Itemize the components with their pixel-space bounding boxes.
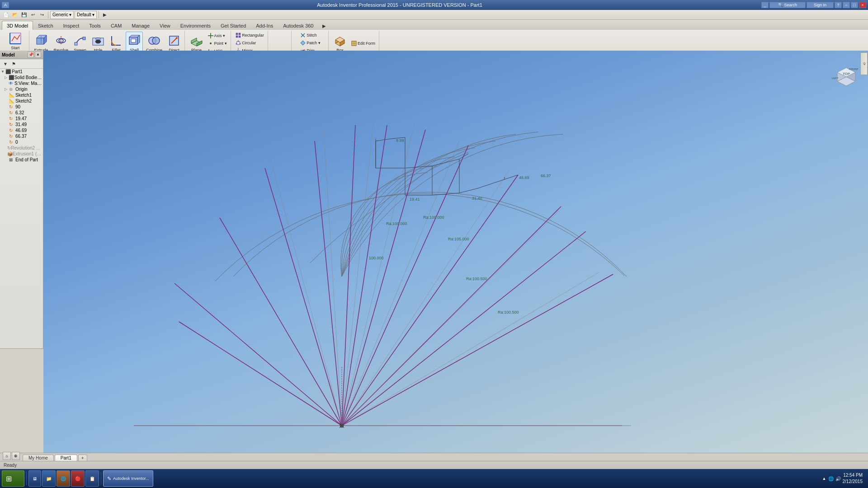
svg-rect-32 [236, 33, 238, 35]
taskbar-firefox[interactable]: 🌐 [57, 470, 70, 487]
save-button[interactable]: 💾 [20, 11, 28, 19]
tab-add-button[interactable]: + [78, 455, 87, 461]
home-nav-button[interactable]: ⌂ [3, 452, 11, 460]
tab-view[interactable]: View [155, 21, 175, 30]
tab-autodesk360[interactable]: Autodesk 360 [278, 21, 318, 30]
tree-item-r632[interactable]: ↻ 6.32 [0, 110, 43, 116]
taskbar-app1[interactable]: 🔴 [71, 470, 85, 487]
endofpart-icon: ⊠ [9, 157, 15, 162]
tree-item-r3149[interactable]: ↻ 31.49 [0, 122, 43, 127]
viewport[interactable]: 9.99 19.41 31.40 46.69 66.37 Ra:100.000 … [43, 51, 868, 461]
tree-item-r0[interactable]: ↻ 0 [0, 139, 43, 145]
profile-dropdown[interactable]: Default ▾ [75, 11, 97, 19]
model-tree: ▼ ⬛ Part1 ▷ ⬛ Solid Bodies(1) 👁 S:View: … [0, 69, 43, 163]
tab-inspect[interactable]: Inspect [58, 21, 84, 30]
axis-button[interactable]: Axis ▾ [206, 32, 229, 39]
ie-icon: 📁 [46, 476, 52, 481]
flag-button[interactable]: ⚑ [10, 60, 17, 67]
account-button[interactable]: Sign In [807, 2, 834, 8]
tab-getstarted[interactable]: Get Started [216, 21, 251, 30]
ribbon-tabs: 3D Model Sketch Inspect Tools CAM Manage… [0, 20, 868, 30]
box-icon [334, 34, 346, 47]
sketch-icon [9, 32, 22, 45]
more-tabs-button[interactable]: ▶ [320, 22, 328, 30]
stitch-button[interactable]: Stitch [298, 32, 322, 39]
axis-label: Axis ▾ [214, 33, 226, 38]
show-desktop-icon: 🖥 [33, 476, 37, 481]
more-button[interactable]: ▶ [101, 11, 109, 19]
r0-label: 0 [15, 140, 18, 145]
tree-item-solidbodies[interactable]: ▷ ⬛ Solid Bodies(1) [0, 75, 43, 80]
tab-part1[interactable]: Part1 [55, 455, 77, 461]
window-maximize[interactable]: □ [851, 2, 858, 8]
taskbar-app2[interactable]: 📋 [85, 470, 99, 487]
taskbar-ie[interactable]: 📁 [42, 470, 56, 487]
clock-time: 12:54 PM [843, 472, 863, 479]
pin-button[interactable]: 📌 [28, 52, 34, 58]
panel-close-button[interactable]: × [35, 52, 41, 58]
viewport-rotate-button[interactable]: ⟳ [860, 52, 868, 75]
quick-access-toolbar: 📄 📂 💾 ↩ ↪ Generic ▾ Default ▾ ▶ [0, 10, 868, 20]
redo-button[interactable]: ↪ [38, 11, 46, 19]
chevron-down-icon: ▾ [69, 12, 71, 17]
workspace-dropdown[interactable]: Generic ▾ [50, 11, 74, 19]
open-button[interactable]: 📂 [11, 11, 19, 19]
firefox-icon: 🌐 [61, 476, 66, 481]
help-button[interactable]: ? [835, 2, 842, 8]
dim-19.41: 19.41 [410, 197, 420, 202]
tab-addins[interactable]: Add-Ins [251, 21, 278, 30]
tree-item-sketch1[interactable]: 📐 Sketch1 [0, 92, 43, 98]
tree-item-r4669[interactable]: ↻ 46.69 [0, 127, 43, 133]
tree-item-r1947[interactable]: ↻ 19.47 [0, 116, 43, 122]
tree-item-r6637[interactable]: ↻ 66.37 [0, 133, 43, 139]
tab-cam[interactable]: CAM [106, 21, 127, 30]
dim-ra100.5: Ra:100.500 [466, 277, 487, 281]
tab-tools[interactable]: Tools [84, 21, 106, 30]
tab-manage[interactable]: Manage [127, 21, 155, 30]
filter-button[interactable]: ▼ [2, 60, 9, 67]
tab-sketch[interactable]: Sketch [33, 21, 58, 30]
start-button[interactable]: ⊞ [2, 470, 24, 487]
tab-myhome[interactable]: My Home [23, 455, 54, 461]
minimize-button[interactable]: _ [761, 2, 769, 8]
editform-button[interactable]: Edit Form [349, 40, 377, 47]
r4669-icon: ↻ [9, 128, 15, 133]
new-button[interactable]: 📄 [2, 11, 10, 19]
tree-item-sketch2[interactable]: 📐 Sketch2 [0, 98, 43, 104]
tab-environments[interactable]: Environments [175, 21, 216, 30]
svg-line-76 [342, 211, 559, 426]
r90-label: 90 [15, 104, 20, 109]
dim-ra100: Ra:100.000 [386, 221, 407, 226]
window-close[interactable]: × [859, 2, 866, 8]
shell-icon [128, 34, 141, 47]
sweep-icon [74, 34, 86, 47]
tree-item-part1[interactable]: ▼ ⬛ Part1 [0, 69, 43, 75]
svg-point-12 [95, 40, 101, 43]
zoom-nav-button[interactable]: ⊕ [12, 452, 20, 460]
patch-button[interactable]: Patch ▾ [298, 39, 322, 47]
circular-button[interactable]: Circular [234, 39, 266, 47]
tree-item-origin[interactable]: ▷ ⊕ Origin [0, 86, 43, 92]
tree-item-r90[interactable]: ↻ 90 [0, 104, 43, 110]
tree-item-endofpart[interactable]: ⊠ End of Part [0, 157, 43, 163]
tree-item-extrusion1[interactable]: 📦 Extrusion1 (Suppressed) [0, 151, 43, 157]
svg-rect-3 [37, 38, 44, 44]
svg-line-66 [342, 274, 613, 426]
undo-button[interactable]: ↩ [29, 11, 37, 19]
nav-cube[interactable]: TOP LEFT FRONT [828, 54, 864, 90]
systray-show-button[interactable]: ▲ [822, 476, 826, 481]
tree-item-revolution2[interactable]: ↻ Revolution2 (Suppressed) [0, 145, 43, 151]
window-controls[interactable]: _ 🔍 Search Sign In ? − □ × [761, 2, 866, 8]
window-controls-left: A [2, 2, 38, 8]
taskbar-show-desktop[interactable]: 🖥 [28, 470, 41, 487]
dim-9.99: 9.99 [396, 138, 404, 143]
window-minimize[interactable]: − [843, 2, 850, 8]
svg-point-39 [236, 43, 237, 45]
point-button[interactable]: Point ▾ [206, 40, 229, 47]
search-button[interactable]: 🔍 Search [769, 2, 806, 8]
rectangular-button[interactable]: Rectangular [234, 32, 266, 39]
tree-item-sview[interactable]: 👁 S:View: Master [0, 80, 43, 86]
tab-3dmodel[interactable]: 3D Model [2, 21, 33, 30]
svg-rect-35 [239, 36, 241, 38]
taskbar-inventor[interactable]: ✎ Autodesk Inventor... [103, 470, 153, 487]
